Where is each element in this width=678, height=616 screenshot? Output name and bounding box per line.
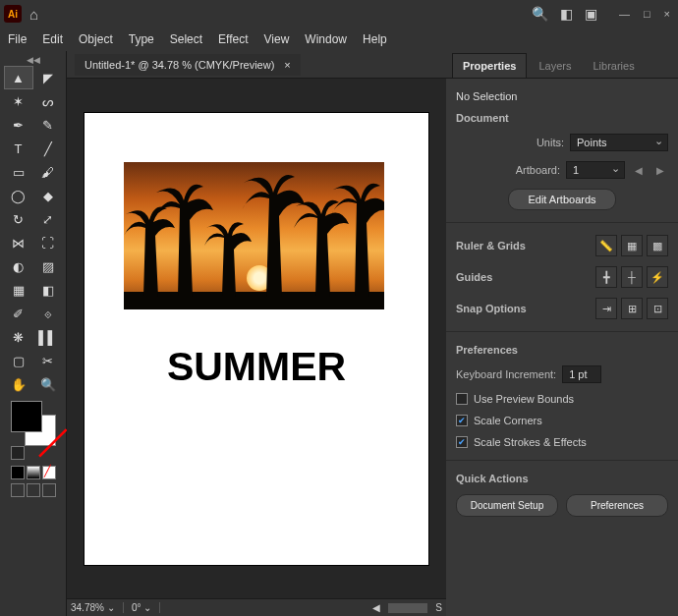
home-icon[interactable]: ⌂ [29, 6, 38, 23]
svg-rect-0 [124, 292, 384, 309]
document-tab-title: Untitled-1* @ 34.78 % (CMYK/Preview) [85, 59, 274, 71]
menu-select[interactable]: Select [170, 32, 202, 46]
workspace-icon[interactable]: ◧ [560, 6, 573, 22]
placed-image [124, 162, 384, 309]
edit-artboards-button[interactable]: Edit Artboards [508, 189, 616, 210]
units-dropdown[interactable]: Points [570, 134, 668, 151]
prev-artboard-icon[interactable]: ◀ [631, 165, 647, 176]
pen-tool[interactable]: ✒ [5, 114, 32, 136]
menu-window[interactable]: Window [305, 32, 347, 46]
tab-properties[interactable]: Properties [452, 53, 527, 78]
grid-icon[interactable]: ▦ [621, 235, 643, 256]
draw-inside-icon[interactable] [42, 483, 56, 497]
swap-fill-stroke-icon[interactable] [11, 446, 25, 460]
document-tab-close-icon[interactable]: × [284, 59, 290, 71]
status-bar: 34.78% ⌄ 0° ⌄ ◀ S [67, 598, 446, 616]
canvas-area[interactable]: SUMMER [67, 79, 446, 598]
lasso-tool[interactable]: ᔕ [34, 90, 62, 112]
artboard-label: Artboard: [516, 164, 560, 176]
draw-behind-icon[interactable] [27, 483, 40, 497]
magic-wand-tool[interactable]: ✶ [5, 90, 32, 112]
horizontal-scrollbar[interactable] [388, 603, 427, 613]
snap-pixel-icon[interactable]: ⊡ [647, 298, 668, 319]
guides-lock-icon[interactable]: ┼ [621, 266, 643, 288]
palm-silhouettes [124, 164, 384, 309]
rotate-tool[interactable]: ↻ [5, 208, 32, 230]
tab-layers[interactable]: Layers [529, 54, 581, 78]
color-mode-icon[interactable] [11, 466, 25, 479]
rotation-value[interactable]: 0° [132, 602, 141, 613]
paintbrush-tool[interactable]: 🖌 [34, 161, 62, 183]
rotation-dropdown-icon[interactable]: ⌄ [143, 602, 151, 613]
fill-swatch[interactable] [11, 401, 42, 432]
eyedropper-tool[interactable]: ✐ [5, 303, 32, 324]
smart-guides-icon[interactable]: ⚡ [647, 266, 668, 288]
menu-edit[interactable]: Edit [42, 32, 63, 46]
units-label: Units: [537, 137, 564, 148]
next-artboard-icon[interactable]: ▶ [652, 165, 668, 176]
none-mode-icon[interactable]: ╱ [42, 466, 56, 479]
scale-strokes-checkbox[interactable]: ✔ [456, 436, 468, 448]
window-maximize-button[interactable]: □ [640, 8, 654, 20]
keyboard-increment-input[interactable]: 1 pt [562, 365, 601, 383]
free-transform-tool[interactable]: ⛶ [34, 232, 62, 253]
use-preview-bounds-checkbox[interactable] [456, 393, 468, 405]
slice-tool[interactable]: ✂ [34, 350, 62, 371]
type-tool[interactable]: T [5, 138, 32, 159]
zoom-level[interactable]: 34.78% [71, 602, 104, 613]
selection-tool[interactable]: ▲ [5, 67, 32, 88]
gradient-tool[interactable]: ◧ [34, 279, 62, 301]
eraser-tool[interactable]: ◆ [34, 185, 62, 206]
artboard-dropdown[interactable]: 1 [566, 161, 625, 179]
hand-tool[interactable]: ✋ [5, 373, 32, 395]
direct-selection-tool[interactable]: ◤ [34, 67, 62, 88]
menu-help[interactable]: Help [363, 32, 387, 46]
document-setup-button[interactable]: Document Setup [456, 494, 558, 517]
transparency-grid-icon[interactable]: ▩ [647, 235, 668, 256]
window-minimize-button[interactable]: — [615, 8, 634, 20]
guides-toggle-icon[interactable]: ╋ [595, 266, 617, 288]
line-tool[interactable]: ╱ [34, 138, 62, 159]
menu-view[interactable]: View [264, 32, 290, 46]
mesh-tool[interactable]: ▦ [5, 279, 32, 301]
zoom-dropdown-icon[interactable]: ⌄ [107, 602, 115, 613]
document-tab[interactable]: Untitled-1* @ 34.78 % (CMYK/Preview) × [75, 54, 301, 76]
symbol-sprayer-tool[interactable]: ❋ [5, 326, 32, 348]
menu-effect[interactable]: Effect [218, 32, 248, 46]
tool-panel-toggle-icon[interactable]: ◀◀ [27, 55, 40, 65]
scroll-left-icon[interactable]: ◀ [372, 602, 380, 613]
rectangle-tool[interactable]: ▭ [5, 161, 32, 183]
tab-libraries[interactable]: Libraries [583, 54, 644, 78]
tools-panel: ◀◀ ▲ ◤ ✶ ᔕ ✒ ✎ T ╱ ▭ 🖌 ◯ ◆ ↻ ⤢ ⋈ ⛶ ◐ ▨ ▦… [0, 51, 67, 616]
scale-tool[interactable]: ⤢ [34, 208, 62, 230]
app-logo[interactable]: Ai [4, 5, 22, 23]
use-preview-bounds-label: Use Preview Bounds [474, 393, 574, 405]
preferences-button[interactable]: Preferences [566, 494, 668, 517]
shape-builder-tool[interactable]: ◐ [5, 255, 32, 277]
gradient-mode-icon[interactable] [27, 466, 40, 479]
artboard-tool[interactable]: ▢ [5, 350, 32, 371]
scale-corners-checkbox[interactable]: ✔ [456, 415, 468, 426]
zoom-tool[interactable]: 🔍 [34, 373, 62, 395]
selection-status: No Selection [456, 90, 668, 102]
artboard: SUMMER [85, 113, 428, 565]
arrange-icon[interactable]: ▣ [585, 6, 597, 22]
width-tool[interactable]: ⋈ [5, 232, 32, 253]
perspective-tool[interactable]: ▨ [34, 255, 62, 277]
guides-label: Guides [456, 271, 492, 283]
menu-object[interactable]: Object [79, 32, 113, 46]
curvature-tool[interactable]: ✎ [34, 114, 62, 136]
shaper-tool[interactable]: ◯ [5, 185, 32, 206]
draw-normal-icon[interactable] [11, 483, 25, 497]
blend-tool[interactable]: ⟐ [34, 303, 62, 324]
properties-panel: Properties Layers Libraries No Selection… [446, 51, 678, 616]
window-close-button[interactable]: × [660, 8, 674, 20]
menu-file[interactable]: File [8, 32, 27, 46]
column-graph-tool[interactable]: ▌▌ [34, 326, 62, 348]
ruler-icon[interactable]: 📏 [595, 235, 617, 256]
snap-point-icon[interactable]: ⇥ [595, 298, 617, 319]
snap-grid-icon[interactable]: ⊞ [621, 298, 643, 319]
search-icon[interactable]: 🔍 [532, 6, 548, 22]
fill-stroke-swatch[interactable] [7, 401, 60, 446]
menu-type[interactable]: Type [129, 32, 154, 46]
